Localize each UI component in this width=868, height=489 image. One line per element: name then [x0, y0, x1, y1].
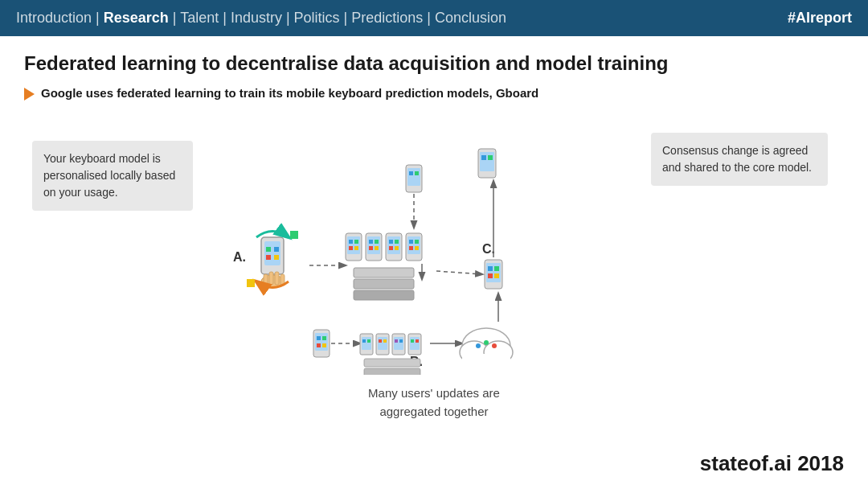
- box-bottom-text: Many users' updates are aggregated toget…: [368, 386, 500, 418]
- phone-c: [485, 260, 502, 289]
- svg-rect-23: [369, 240, 373, 244]
- svg-rect-45: [409, 171, 413, 175]
- svg-rect-44: [407, 168, 420, 186]
- svg-rect-12: [290, 231, 298, 239]
- triangle-icon: [24, 88, 35, 101]
- info-box-bottom: Many users' updates are aggregated toget…: [338, 375, 530, 430]
- svg-rect-82: [410, 337, 420, 350]
- svg-rect-80: [399, 339, 403, 343]
- svg-rect-52: [494, 266, 499, 271]
- header: Introduction | Research | Talent | Indus…: [0, 0, 868, 36]
- svg-rect-28: [387, 236, 400, 254]
- svg-rect-39: [354, 268, 414, 277]
- svg-rect-38: [415, 246, 419, 250]
- hashtag: #AIreport: [788, 10, 852, 27]
- svg-rect-51: [488, 266, 493, 271]
- svg-rect-26: [375, 246, 379, 250]
- svg-rect-31: [389, 246, 393, 250]
- box-right-text: Consensus change is agreed and shared to…: [662, 144, 812, 174]
- svg-rect-92: [462, 354, 510, 370]
- svg-point-93: [476, 343, 481, 348]
- svg-rect-60: [488, 155, 493, 160]
- svg-rect-83: [411, 339, 414, 343]
- svg-rect-67: [322, 343, 326, 347]
- subtitle-text: Google uses federated learning to train …: [41, 86, 538, 100]
- svg-rect-64: [317, 336, 321, 340]
- svg-rect-5: [266, 255, 271, 260]
- cloud-icon: [460, 328, 513, 370]
- svg-rect-58: [480, 152, 494, 171]
- svg-point-94: [484, 340, 489, 345]
- diagram-area: Your keyboard model is personalised loca…: [24, 117, 844, 430]
- navigation: Introduction | Research | Talent | Indus…: [16, 10, 506, 27]
- phone-b-single: [313, 330, 330, 357]
- phone-a-icon: [261, 237, 285, 288]
- svg-rect-65: [322, 336, 326, 340]
- main-content: Federated learning to decentralise data …: [0, 36, 868, 438]
- svg-rect-8: [264, 274, 268, 286]
- svg-rect-3: [266, 247, 271, 252]
- svg-rect-74: [378, 337, 387, 350]
- svg-rect-4: [274, 247, 279, 252]
- svg-rect-22: [367, 236, 380, 254]
- phone-top-c: [478, 149, 496, 178]
- svg-rect-19: [349, 246, 353, 250]
- svg-rect-75: [379, 339, 382, 343]
- svg-text:A.: A.: [233, 250, 246, 264]
- svg-rect-16: [347, 236, 360, 254]
- svg-rect-46: [415, 171, 419, 175]
- svg-rect-66: [317, 343, 321, 347]
- svg-rect-20: [354, 246, 358, 250]
- svg-line-55: [436, 271, 482, 274]
- svg-point-95: [492, 343, 497, 348]
- phone-top: [406, 165, 422, 192]
- svg-rect-9: [269, 272, 273, 285]
- phones-center-group: [346, 233, 422, 300]
- svg-rect-29: [389, 240, 393, 244]
- svg-rect-17: [349, 240, 353, 244]
- svg-rect-37: [409, 246, 413, 250]
- box-left-text: Your keyboard model is personalised loca…: [43, 152, 175, 199]
- info-box-right: Consensus change is agreed and shared to…: [651, 133, 828, 186]
- svg-rect-32: [395, 246, 399, 250]
- svg-rect-72: [367, 339, 371, 343]
- svg-rect-50: [486, 263, 501, 282]
- svg-rect-36: [415, 240, 419, 244]
- svg-rect-40: [354, 279, 414, 289]
- nav-research: Research: [104, 10, 169, 26]
- footer-text: stateof.ai 2018: [700, 451, 844, 475]
- svg-rect-63: [315, 333, 328, 351]
- info-box-left: Your keyboard model is personalised loca…: [32, 141, 193, 211]
- svg-rect-85: [364, 359, 420, 367]
- svg-rect-6: [274, 255, 279, 260]
- svg-rect-53: [488, 273, 493, 278]
- svg-rect-2: [264, 241, 280, 265]
- svg-rect-18: [354, 240, 358, 244]
- svg-rect-54: [494, 273, 499, 278]
- footer: stateof.ai 2018: [700, 451, 844, 476]
- svg-rect-30: [395, 240, 399, 244]
- svg-rect-13: [247, 279, 255, 287]
- svg-rect-59: [481, 155, 486, 160]
- svg-rect-78: [394, 337, 403, 350]
- subtitle: Google uses federated learning to train …: [24, 86, 844, 101]
- svg-rect-41: [354, 290, 414, 300]
- page-title: Federated learning to decentralise data …: [24, 52, 844, 75]
- svg-rect-25: [369, 246, 373, 250]
- svg-rect-24: [375, 240, 379, 244]
- svg-rect-79: [395, 339, 398, 343]
- svg-rect-35: [409, 240, 413, 244]
- svg-rect-84: [416, 339, 419, 343]
- diagram-svg: A.: [185, 117, 667, 398]
- svg-rect-10: [275, 272, 279, 285]
- svg-rect-71: [362, 339, 366, 343]
- svg-rect-76: [383, 339, 387, 343]
- svg-rect-70: [362, 337, 371, 350]
- svg-rect-34: [407, 236, 420, 254]
